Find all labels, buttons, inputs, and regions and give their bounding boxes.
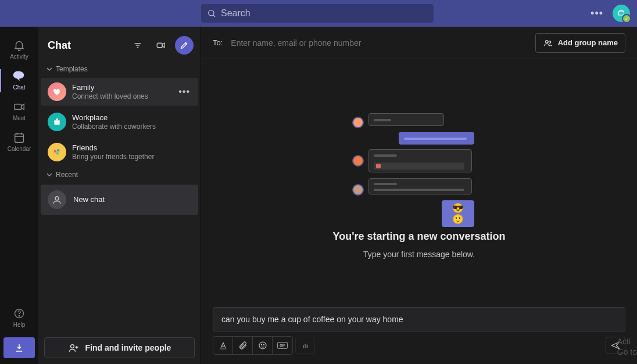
svg-point-22 (261, 344, 262, 345)
attach-button[interactable] (233, 337, 253, 354)
find-invite-label: Find and invite people (85, 343, 171, 352)
app-rail: Activity Chat Meet Calendar (0, 27, 38, 364)
meet-now-button[interactable] (152, 36, 170, 55)
download-icon (14, 343, 24, 353)
add-group-name-button[interactable]: Add group name (535, 33, 625, 53)
template-title: Family (72, 83, 171, 92)
empty-title: You're starting a new conversation (332, 230, 505, 243)
gif-icon: GIF (277, 341, 288, 349)
svg-rect-27 (305, 344, 306, 348)
group-icon (543, 38, 553, 48)
settings-more-button[interactable]: ••• (591, 8, 603, 20)
message-input[interactable]: can you buy me a cup of coffee on your w… (213, 307, 625, 331)
rail-calendar-label: Calendar (8, 146, 31, 152)
search-icon (207, 9, 216, 18)
rail-calendar[interactable]: Calendar (0, 126, 38, 157)
svg-point-15 (57, 149, 60, 152)
more-actions-button[interactable] (295, 337, 315, 354)
chevron-down-icon (46, 172, 52, 178)
gif-button[interactable]: GIF (273, 337, 292, 354)
template-title: Workplace (72, 113, 191, 122)
new-chat-button[interactable] (175, 36, 194, 55)
section-recent-label: Recent (56, 171, 78, 179)
filter-button[interactable] (128, 36, 147, 55)
download-button[interactable] (3, 337, 35, 358)
section-templates[interactable]: Templates (38, 62, 201, 77)
section-templates-label: Templates (56, 65, 88, 73)
svg-rect-13 (54, 120, 59, 124)
rail-chat-label: Chat (13, 84, 25, 91)
help-icon (12, 307, 26, 320)
to-input[interactable] (231, 38, 527, 48)
title-bar: Search ••• (0, 0, 637, 27)
recent-new-chat[interactable]: New chat (41, 185, 198, 215)
template-family[interactable]: Family Connect with loved ones ••• (41, 78, 198, 106)
person-add-icon (68, 342, 80, 354)
svg-point-20 (549, 41, 551, 43)
bell-icon (12, 38, 26, 52)
svg-rect-12 (157, 43, 162, 48)
friends-avatar-icon (48, 143, 66, 161)
template-more-button[interactable]: ••• (177, 87, 191, 97)
conversation-panel: To: Add group name (201, 27, 637, 364)
empty-sub: Type your first message below. (363, 250, 475, 259)
rail-meet[interactable]: Meet (0, 95, 38, 126)
rail-activity-label: Activity (10, 53, 28, 60)
compose-icon (180, 41, 189, 50)
to-bar: To: Add group name (201, 27, 637, 59)
format-icon (219, 341, 228, 350)
svg-rect-26 (303, 345, 304, 348)
chevron-down-icon (46, 66, 52, 72)
svg-point-0 (209, 10, 214, 16)
rail-help-label: Help (13, 322, 26, 328)
template-sub: Connect with loved ones (72, 92, 171, 100)
section-recent[interactable]: Recent (38, 167, 201, 182)
format-button[interactable] (213, 337, 233, 354)
emoji-icon (258, 341, 267, 350)
svg-rect-2 (15, 104, 22, 109)
filter-icon (133, 41, 142, 50)
rail-help[interactable]: Help (0, 302, 38, 333)
svg-text:GIF: GIF (280, 344, 285, 347)
svg-point-16 (56, 152, 59, 155)
video-icon (12, 100, 26, 114)
chat-list-panel: Chat Templates Family Connect with loved… (38, 27, 201, 364)
template-sub: Bring your friends together (72, 153, 191, 161)
add-group-name-label: Add group name (558, 38, 618, 47)
svg-rect-28 (307, 345, 308, 348)
rail-activity[interactable]: Activity (0, 34, 38, 64)
person-icon (48, 190, 66, 209)
family-avatar-icon (48, 82, 66, 101)
to-label: To: (213, 38, 223, 47)
workplace-avatar-icon (48, 113, 66, 131)
user-avatar[interactable] (613, 5, 630, 22)
template-sub: Collaborate with coworkers (72, 122, 191, 131)
rail-meet-label: Meet (13, 115, 26, 121)
template-title: Friends (72, 143, 191, 153)
svg-point-21 (259, 342, 266, 349)
recent-new-chat-label: New chat (73, 195, 105, 204)
empty-state: 😎 🙂 You're starting a new conversation T… (201, 59, 637, 307)
chat-icon (12, 69, 26, 83)
svg-point-19 (545, 40, 548, 43)
search-box[interactable]: Search (201, 4, 434, 23)
send-button[interactable] (606, 337, 625, 354)
bars-icon (300, 341, 310, 350)
video-small-icon (156, 40, 166, 51)
send-icon (610, 340, 621, 351)
svg-point-14 (54, 150, 57, 153)
avatar-glyph-icon (616, 8, 627, 19)
template-workplace[interactable]: Workplace Collaborate with coworkers (41, 108, 198, 136)
message-text: can you buy me a cup of coffee on your w… (221, 315, 403, 324)
svg-point-17 (55, 197, 59, 200)
emoji-button[interactable] (253, 337, 273, 354)
paperclip-icon (238, 341, 248, 350)
svg-point-18 (70, 345, 74, 348)
conversation-illustration: 😎 🙂 (352, 113, 486, 224)
rail-chat[interactable]: Chat (0, 64, 38, 95)
svg-point-8 (19, 316, 19, 316)
composer-area: can you buy me a cup of coffee on your w… (201, 307, 637, 364)
template-friends[interactable]: Friends Bring your friends together (41, 138, 198, 166)
find-invite-button[interactable]: Find and invite people (44, 337, 195, 358)
svg-point-23 (263, 344, 264, 345)
